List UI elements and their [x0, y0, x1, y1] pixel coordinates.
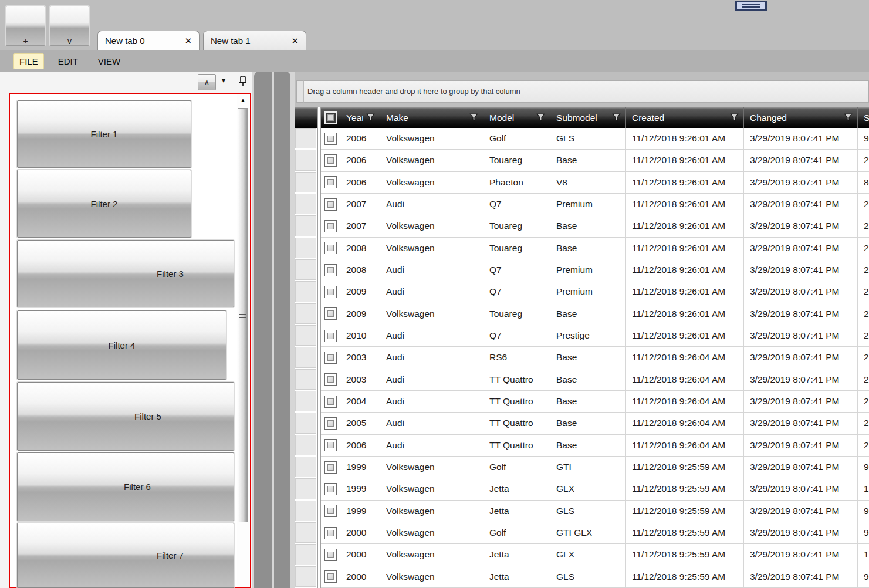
row-indicator[interactable]: [295, 347, 317, 369]
menu-item-edit[interactable]: EDIT: [52, 53, 84, 69]
pushpin-icon[interactable]: [238, 75, 248, 90]
checkbox[interactable]: [324, 176, 337, 188]
row-select-cell: [321, 522, 340, 544]
checkbox[interactable]: [324, 549, 337, 561]
grid-header-cell-make[interactable]: Make: [380, 107, 483, 128]
tab-label: New tab 0: [105, 36, 184, 46]
row-indicator[interactable]: [295, 128, 317, 150]
filter-funnel-icon[interactable]: [366, 113, 375, 122]
scrollbar-thumb[interactable]: [238, 108, 248, 522]
checkbox[interactable]: [324, 242, 337, 254]
tab-close-icon[interactable]: ✕: [184, 36, 192, 46]
filter-funnel-icon[interactable]: [844, 113, 853, 122]
checkbox[interactable]: [324, 570, 337, 583]
row-indicator[interactable]: [295, 413, 317, 434]
tab-new-tab-0[interactable]: New tab 0 ✕: [97, 31, 200, 50]
row-indicator[interactable]: [295, 150, 317, 171]
docked-window-lines-icon[interactable]: [735, 1, 767, 11]
checkbox[interactable]: [324, 505, 337, 517]
checkbox[interactable]: [324, 198, 337, 211]
grid-cell-model: TT Quattro: [483, 391, 550, 413]
filter-funnel-icon[interactable]: [612, 113, 621, 122]
row-indicator[interactable]: [295, 259, 317, 281]
filter-button-2[interactable]: Filter 2: [17, 170, 191, 238]
grid-cell-changed: 3/29/2019 8:07:41 PM: [744, 325, 858, 347]
panel-scrollbar[interactable]: ▲: [237, 94, 249, 587]
checkbox[interactable]: [324, 417, 337, 430]
checkbox[interactable]: [324, 461, 337, 474]
menu-item-file[interactable]: FILE: [13, 53, 44, 69]
row-indicator[interactable]: [295, 391, 317, 413]
grid-header-cell-select[interactable]: [321, 107, 340, 128]
checkbox[interactable]: [324, 396, 337, 408]
row-indicator[interactable]: [295, 369, 317, 391]
checkbox[interactable]: [324, 439, 337, 451]
filter-funnel-icon[interactable]: [536, 113, 545, 122]
row-indicator[interactable]: [295, 325, 317, 347]
grid-header-cell-model[interactable]: Model: [483, 107, 550, 128]
row-select-cell: [321, 478, 340, 500]
checkbox-inner: [327, 114, 334, 121]
row-indicator[interactable]: [295, 172, 317, 194]
filter-button-3[interactable]: Filter 3: [17, 240, 234, 307]
checkbox[interactable]: [324, 220, 337, 232]
row-indicator[interactable]: [295, 303, 317, 325]
grid-header-cell-extra[interactable]: S: [858, 107, 869, 128]
tab-list-dropdown-button[interactable]: v: [50, 6, 89, 46]
panel-options-dropdown-icon[interactable]: ▾: [222, 76, 225, 85]
filter-funnel-icon[interactable]: [730, 113, 739, 122]
tab-new-tab-1[interactable]: New tab 1 ✕: [203, 31, 306, 50]
row-indicator[interactable]: [295, 478, 317, 500]
grid-header-cell-created[interactable]: Created: [626, 107, 744, 128]
filter-button-7[interactable]: Filter 7: [17, 523, 234, 588]
checkbox[interactable]: [324, 483, 337, 495]
tab-close-icon[interactable]: ✕: [291, 36, 299, 46]
checkbox[interactable]: [324, 373, 337, 386]
checkbox[interactable]: [324, 154, 337, 167]
filter-funnel-icon[interactable]: [469, 113, 478, 122]
row-indicator[interactable]: [295, 435, 317, 457]
row-indicator[interactable]: [295, 194, 317, 215]
row-indicator[interactable]: [295, 215, 317, 237]
group-by-drop-zone[interactable]: Drag a column header and drop it here to…: [296, 80, 869, 103]
grid-header-cell-year[interactable]: Year: [340, 107, 380, 128]
checkbox[interactable]: [324, 352, 337, 364]
grid-cell-submodel: GLS: [550, 501, 626, 522]
filters-panel: Filter 1Filter 2Filter 3Filter 4Filter 5…: [9, 93, 251, 588]
checkbox[interactable]: [324, 307, 337, 320]
checkbox[interactable]: [324, 330, 337, 342]
row-indicator[interactable]: [295, 457, 317, 478]
checkbox[interactable]: [324, 133, 337, 145]
row-indicator[interactable]: [295, 501, 317, 522]
row-indicator[interactable]: [295, 281, 317, 303]
grid-cell-extra: 2: [858, 259, 869, 281]
filter-button-5[interactable]: Filter 5: [17, 382, 234, 451]
grid-cell-changed: 3/29/2019 8:07:41 PM: [744, 303, 858, 325]
grid-cell-created: 11/12/2018 9:25:59 AM: [626, 522, 744, 544]
checkbox[interactable]: [324, 527, 337, 539]
grid-header-cell-indicator[interactable]: [295, 107, 317, 128]
checkbox[interactable]: [324, 264, 337, 276]
checkbox-inner: [327, 289, 334, 295]
grid-cell-created: 11/12/2018 9:25:59 AM: [626, 566, 744, 588]
menu-item-view[interactable]: VIEW: [92, 53, 126, 69]
row-indicator[interactable]: [295, 544, 317, 566]
row-indicator[interactable]: [295, 238, 317, 259]
splitter-bar[interactable]: [254, 72, 272, 588]
checkbox[interactable]: [324, 286, 337, 298]
scroll-up-arrow-icon[interactable]: ▲: [237, 95, 249, 106]
grid-header-cell-submodel[interactable]: Submodel: [550, 107, 626, 128]
filter-button-1[interactable]: Filter 1: [17, 100, 191, 168]
add-tab-button[interactable]: +: [6, 6, 45, 46]
collapse-panel-button[interactable]: ∧: [198, 74, 216, 90]
grid-cell-year: 2006: [340, 128, 380, 150]
grid-cell-changed: 3/29/2019 8:07:41 PM: [744, 194, 858, 215]
row-indicator[interactable]: [295, 566, 317, 588]
splitter-bar[interactable]: [274, 72, 290, 588]
checkbox[interactable]: [324, 111, 337, 124]
grid-header-cell-changed[interactable]: Changed: [744, 107, 858, 128]
row-indicator[interactable]: [295, 522, 317, 544]
filter-button-4[interactable]: Filter 4: [17, 310, 226, 380]
filter-button-6[interactable]: Filter 6: [17, 452, 234, 521]
checkbox-inner: [327, 486, 334, 492]
